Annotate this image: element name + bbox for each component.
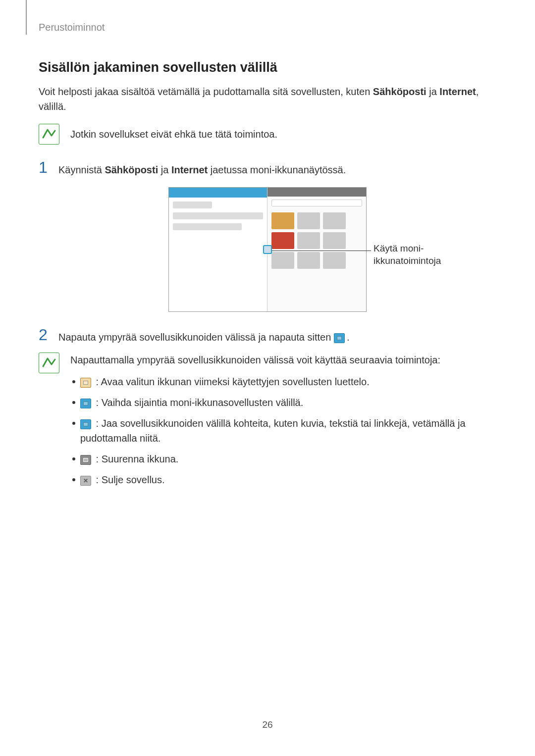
screenshot-left-pane: [169, 188, 268, 311]
list-item: : Suurenna ikkuna.: [72, 452, 496, 466]
icon-description-list: : Avaa valitun ikkunan viimeksi käytetty…: [72, 374, 496, 487]
li-text-0: : Avaa valitun ikkunan viimeksi käytetty…: [96, 376, 370, 387]
intro-bold-2: Internet: [439, 86, 476, 97]
multiwindow-handle-icon: [263, 245, 272, 254]
note-2-body: Napauttamalla ympyrää sovellusikkunoiden…: [70, 353, 496, 493]
list-item: : Avaa valitun ikkunan viimeksi käytetty…: [72, 374, 496, 389]
bullet-icon: [72, 457, 75, 460]
callout-label: Käytä moni-ikkunatoimintoja: [374, 243, 473, 267]
multiwindow-screenshot: [168, 187, 367, 312]
share-inline-icon: [334, 333, 345, 343]
step2-tail: .: [347, 332, 350, 343]
step-2-number: 2: [39, 327, 50, 343]
drag-share-icon: [80, 419, 91, 429]
intro-mid: ja: [427, 86, 440, 97]
figure-area: Käytä moni-ikkunatoimintoja: [39, 187, 496, 312]
list-item: : Jaa sovellusikkunoiden välillä kohteit…: [72, 416, 496, 446]
note-block-2: Napauttamalla ympyrää sovellusikkunoiden…: [39, 353, 496, 493]
li-text-4: : Sulje sovellus.: [96, 474, 165, 485]
bullet-icon: [72, 422, 75, 425]
note-1-text: Jotkin sovellukset eivät ehkä tue tätä t…: [70, 124, 277, 142]
recent-apps-icon: [80, 378, 91, 388]
note-2-lead: Napauttamalla ympyrää sovellusikkunoiden…: [70, 353, 496, 367]
li-text-2: : Jaa sovellusikkunoiden välillä kohteit…: [80, 418, 466, 444]
step-2-row: 2 Napauta ympyrää sovellusikkunoiden väl…: [39, 327, 496, 345]
step1-post: jaetussa moni-ikkunanäytössä.: [208, 164, 346, 175]
page-content: Perustoiminnot Sisällön jakaminen sovell…: [0, 0, 535, 493]
header-divider: [26, 0, 27, 35]
maximize-icon: [80, 455, 91, 465]
step1-bold1: Sähköposti: [105, 164, 158, 175]
note-block-1: Jotkin sovellukset eivät ehkä tue tätä t…: [39, 124, 496, 145]
swap-position-icon: [80, 399, 91, 408]
callout-line: [272, 251, 371, 251]
step1-mid: ja: [158, 164, 171, 175]
step-1-number: 1: [39, 159, 50, 175]
screenshot-right-pane: [268, 188, 366, 311]
section-header: Perustoiminnot: [39, 22, 496, 33]
step-2-text: Napauta ympyrää sovellusikkunoiden välis…: [58, 327, 349, 345]
li-text-3: : Suurenna ikkuna.: [96, 454, 179, 464]
step1-pre: Käynnistä: [58, 164, 105, 175]
intro-bold-1: Sähköposti: [373, 86, 427, 97]
step2-text: Napauta ympyrää sovellusikkunoiden välis…: [58, 332, 334, 343]
close-icon: ✕: [80, 476, 91, 486]
intro-pre: Voit helposti jakaa sisältöä vetämällä j…: [39, 86, 373, 97]
li-text-1: : Vaihda sijaintia moni-ikkunasovelluste…: [96, 397, 304, 408]
note-icon-2: [39, 353, 59, 373]
step1-bold2: Internet: [171, 164, 208, 175]
intro-paragraph: Voit helposti jakaa sisältöä vetämällä j…: [39, 84, 496, 114]
note-icon: [39, 124, 59, 145]
bullet-icon: [72, 380, 75, 383]
list-item: : Vaihda sijaintia moni-ikkunasovelluste…: [72, 395, 496, 410]
step-1-row: 1 Käynnistä Sähköposti ja Internet jaetu…: [39, 159, 496, 177]
list-item: ✕ : Sulje sovellus.: [72, 472, 496, 487]
bullet-icon: [72, 478, 75, 481]
bullet-icon: [72, 401, 75, 404]
page-number: 26: [0, 719, 535, 730]
page-heading: Sisällön jakaminen sovellusten välillä: [39, 60, 496, 75]
step-1-text: Käynnistä Sähköposti ja Internet jaetuss…: [58, 159, 346, 177]
